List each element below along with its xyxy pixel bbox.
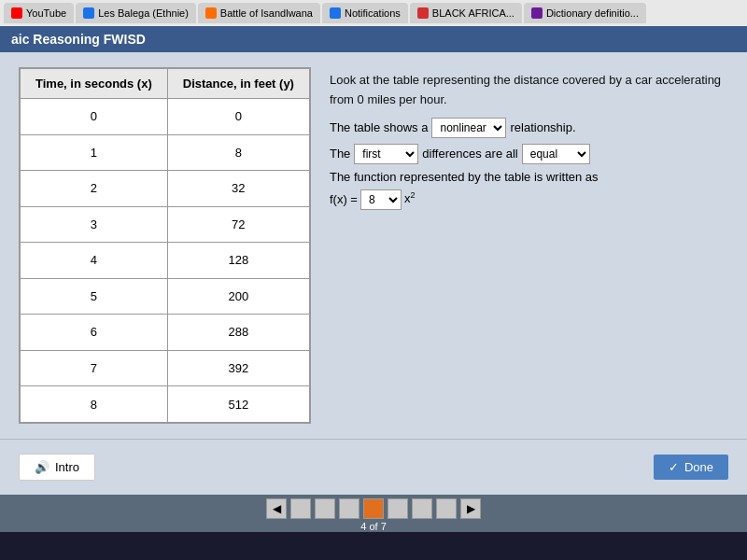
- next-page-button[interactable]: ▶: [460, 498, 481, 519]
- table-cell-x: 2: [20, 171, 167, 207]
- tab-black-africa[interactable]: BLACK AFRICA...: [410, 3, 522, 23]
- table-cell-y: 72: [167, 206, 310, 243]
- page-btn-6[interactable]: [412, 498, 432, 519]
- line1-suffix: relationship.: [510, 120, 575, 134]
- differences-value-dropdown[interactable]: equal unequal: [522, 144, 590, 164]
- table-row: 7 392: [20, 350, 310, 386]
- youtube-favicon: [11, 7, 22, 19]
- main-content-area: Time, in seconds (x) Distance, in feet (…: [0, 52, 747, 439]
- browser-tab-bar: YouTube Les Balega (Ethnie) Battle of Is…: [0, 0, 747, 26]
- function-suffix: x2: [404, 190, 416, 205]
- table-cell-x: 1: [20, 134, 167, 171]
- table-cell-y: 200: [167, 278, 310, 315]
- table-cell-y: 512: [167, 386, 310, 423]
- app-title-bar: aic Reasoning FWISD: [0, 26, 747, 52]
- table-cell-y: 0: [167, 99, 310, 135]
- tab-notifications[interactable]: Notifications: [322, 3, 408, 23]
- page-count-label: 4 of 7: [360, 521, 387, 532]
- tab-isandlwana[interactable]: Battle of Isandlwana: [198, 3, 320, 23]
- app-title: aic Reasoning FWISD: [11, 32, 146, 47]
- page-btn-2[interactable]: [315, 498, 335, 519]
- differences-dropdown[interactable]: first second third: [354, 144, 418, 164]
- line3-prefix: The function represented by the table is…: [330, 170, 599, 184]
- table-cell-x: 3: [20, 206, 167, 243]
- table-row: 3 72: [20, 206, 310, 243]
- tab-notifications-label: Notifications: [345, 7, 401, 19]
- africa-favicon: [417, 7, 429, 19]
- data-table: Time, in seconds (x) Distance, in feet (…: [19, 67, 311, 424]
- bottom-nav: 🔊 Intro ✓ Done: [0, 439, 747, 495]
- function-coefficient-dropdown[interactable]: 8 4 2 16: [360, 189, 402, 210]
- table-cell-x: 0: [20, 99, 167, 135]
- line2: The first second third differences are a…: [330, 144, 728, 164]
- line2-prefix: The: [330, 147, 350, 161]
- taskbar: [0, 532, 747, 560]
- line1: The table shows a nonlinear linear quadr…: [330, 118, 728, 138]
- table-cell-y: 128: [167, 243, 310, 279]
- checkmark-icon: ✓: [669, 460, 679, 474]
- done-button[interactable]: ✓ Done: [654, 455, 728, 480]
- table-row: 6 288: [20, 315, 310, 351]
- tab-balega[interactable]: Les Balega (Ethnie): [76, 3, 196, 23]
- table-row: 4 128: [20, 243, 310, 279]
- tab-isandlwana-label: Battle of Isandlwana: [220, 7, 313, 19]
- table-row: 1 8: [20, 134, 310, 171]
- table-cell-x: 4: [20, 243, 167, 279]
- tab-dictionary[interactable]: Dictionary definitio...: [524, 3, 646, 23]
- line3: The function represented by the table is…: [330, 170, 728, 184]
- line2-middle: differences are all: [422, 147, 517, 161]
- table-col1-header: Time, in seconds (x): [20, 68, 167, 99]
- table-cell-y: 392: [167, 350, 310, 386]
- table-cell-y: 32: [167, 171, 310, 207]
- function-line: f(x) = 8 4 2 16 x2: [330, 189, 728, 210]
- tab-dict-label: Dictionary definitio...: [546, 7, 639, 19]
- table-col2-header: Distance, in feet (y): [167, 68, 310, 99]
- page-btn-3[interactable]: [339, 498, 359, 519]
- table-row: 8 512: [20, 386, 310, 423]
- page-btn-1[interactable]: [290, 498, 311, 519]
- pagination-bar: ◀ ▶ 4 of 7: [0, 495, 747, 532]
- page-btn-4[interactable]: [363, 498, 384, 519]
- problem-intro: Look at the table representing the dista…: [330, 71, 728, 110]
- relationship-dropdown[interactable]: nonlinear linear quadratic: [431, 118, 506, 138]
- table-row: 5 200: [20, 278, 310, 315]
- function-prefix: f(x) =: [330, 192, 358, 206]
- table-cell-y: 8: [167, 134, 310, 171]
- tab-youtube[interactable]: YouTube: [4, 3, 74, 23]
- problem-area: Look at the table representing the dista…: [330, 67, 728, 424]
- table-cell-x: 5: [20, 278, 167, 315]
- intro-button[interactable]: 🔊 Intro: [19, 454, 95, 481]
- isandlwana-favicon: [205, 7, 217, 19]
- speaker-icon: 🔊: [35, 460, 49, 474]
- dict-favicon: [531, 7, 543, 19]
- table-cell-x: 8: [20, 386, 167, 423]
- tab-youtube-label: YouTube: [26, 7, 66, 19]
- table-row: 2 32: [20, 171, 310, 207]
- table-row: 0 0: [20, 99, 310, 135]
- page-btn-5[interactable]: [388, 498, 408, 519]
- page-row: ◀ ▶: [266, 498, 481, 519]
- balega-favicon: [83, 7, 94, 19]
- tab-africa-label: BLACK AFRICA...: [432, 7, 514, 19]
- prev-page-button[interactable]: ◀: [266, 498, 287, 519]
- tab-balega-label: Les Balega (Ethnie): [98, 7, 189, 19]
- table-cell-x: 6: [20, 315, 167, 351]
- line1-prefix: The table shows a: [330, 120, 429, 134]
- table-cell-y: 288: [167, 315, 310, 351]
- done-button-label: Done: [684, 460, 713, 474]
- intro-button-label: Intro: [55, 460, 79, 474]
- table-cell-x: 7: [20, 350, 167, 386]
- notif-favicon: [330, 7, 341, 19]
- page-btn-7[interactable]: [436, 498, 457, 519]
